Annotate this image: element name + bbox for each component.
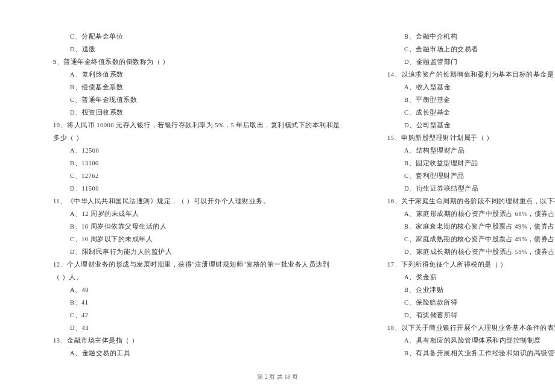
page-content: C、分配基金单位D、送股9、普通年金终值系数的倒数称为（ ）A、复利终值系数B、…: [0, 0, 555, 378]
answer-option: D、11500: [36, 182, 340, 195]
answer-option: D、公司型基金: [370, 119, 555, 131]
answer-option: C、金融市场上的交易者: [370, 43, 555, 55]
answer-option: C、家庭成熟期的核心资产中股票占 49%，债券占 41%: [370, 233, 555, 245]
answer-option: B、16 周岁但依靠父母生活的人: [36, 220, 340, 233]
right-column: B、金融中介机构C、金融市场上的交易者D、金融监管部门14、以追求资产的长期增值…: [370, 30, 555, 359]
question-text: 13、金融市场主体是指（ ）: [36, 334, 340, 347]
answer-option: B、13100: [36, 157, 340, 169]
answer-option: C、套利型理财产品: [370, 169, 555, 182]
answer-option: D、投资回收系数: [36, 106, 340, 119]
answer-option: B、家庭衰老期的核心资产中股票占 49%，债券占 41%: [370, 220, 555, 233]
answer-option: A、12 周岁的未成年人: [36, 207, 340, 220]
question-text: 10、将人民币 10000 元存入银行，若银行存款利率为 5%，5 年后取出，复…: [36, 119, 340, 131]
answer-option: D、限制民事行为能力人的监护人: [36, 245, 340, 258]
answer-option: D、衍生证券联结型产品: [370, 182, 555, 195]
answer-option: C、成长型基金: [370, 106, 555, 119]
answer-option: D、有奖储蓄所得: [370, 309, 555, 321]
continuation-text: （ ）人。: [36, 271, 340, 283]
answer-option: A、奖金薪: [370, 271, 555, 283]
answer-option: B、41: [36, 296, 340, 309]
page-footer: 第 2 页 共 18 页: [0, 373, 555, 381]
question-text: 18、以下关于商业银行开展个人理财业务基本条件的表述，错误的是（ ）: [370, 321, 555, 334]
question-text: 14、以追求资产的长期增值和盈利为基本目标的基金是（ ）: [370, 68, 555, 81]
answer-option: A、12500: [36, 144, 340, 157]
answer-option: A、家庭形成期的核心资产中股票占 68%，债券占 11%: [370, 207, 555, 220]
question-text: 12、个人理财业务的形成与发展时期里，获得"注册理财规划师"资格的第一批业务人员…: [36, 258, 340, 271]
question-text: 16、关于家庭生命周期的各阶段不同的理财重点，以下不适合的是（ ）: [370, 195, 555, 207]
answer-option: C、普通年金现值系数: [36, 93, 340, 106]
answer-option: B、有具备开展相关业务工作经验和知识的高级管理人员、从业人员: [370, 347, 555, 359]
answer-option: A、金融交易的工具: [36, 347, 340, 359]
answer-option: C、42: [36, 309, 340, 321]
question-text: 15、申购新股型理财计划属于（ ）: [370, 131, 555, 144]
answer-option: C、10 周岁以下的未成年人: [36, 233, 340, 245]
answer-option: A、复利终值系数: [36, 68, 340, 81]
answer-option: B、金融中介机构: [370, 30, 555, 43]
answer-option: D、金融监管部门: [370, 55, 555, 68]
answer-option: B、固定收益型理财产品: [370, 157, 555, 169]
answer-option: D、43: [36, 321, 340, 334]
question-text: 9、普通年金终值系数的倒数称为（ ）: [36, 55, 340, 68]
answer-option: B、偿债基金系数: [36, 81, 340, 93]
question-text: 11、《中华人民共和国民法通则》规定，（ ）可以开办个人理财业务。: [36, 195, 340, 207]
answer-option: B、企业津贴: [370, 283, 555, 296]
continuation-text: 多少（ ）: [36, 131, 340, 144]
answer-option: D、家庭成长期的核心资产中股票占 59%，债券占 31%: [370, 245, 555, 258]
answer-option: A、收入型基金: [370, 81, 555, 93]
answer-option: C、分配基金单位: [36, 30, 340, 43]
left-column: C、分配基金单位D、送股9、普通年金终值系数的倒数称为（ ）A、复利终值系数B、…: [36, 30, 340, 359]
answer-option: B、平衡型基金: [370, 93, 555, 106]
answer-option: D、送股: [36, 43, 340, 55]
answer-option: A、40: [36, 283, 340, 296]
answer-option: A、具有相应的风险管理体系和内部控制制度: [370, 334, 555, 347]
answer-option: C、12762: [36, 169, 340, 182]
question-text: 17、下列所得免征个人所得税的是（ ）: [370, 258, 555, 271]
answer-option: C、保险赔款所得: [370, 296, 555, 309]
answer-option: A、结构型理财产品: [370, 144, 555, 157]
